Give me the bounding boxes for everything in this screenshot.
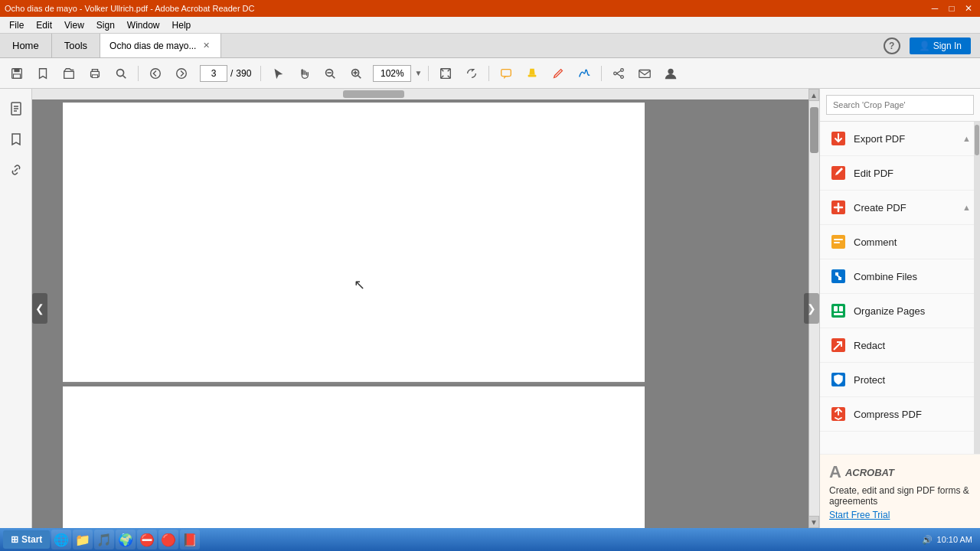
svg-point-5 [117, 69, 124, 76]
tab-tools[interactable]: Tools [52, 34, 100, 57]
svg-rect-2 [14, 73, 21, 77]
highlight-button[interactable] [520, 62, 544, 85]
right-panel: Export PDF ▲ Edit PDF Create PDF ▲ Comme… [819, 89, 980, 528]
panel-item-label: Edit PDF [854, 168, 971, 179]
svg-point-7 [151, 68, 161, 78]
scroll-up-button[interactable]: ▲ [808, 89, 819, 101]
svg-rect-1 [14, 68, 19, 72]
panel-item-redact[interactable]: Redact [820, 328, 980, 363]
taskbar-icon-browser[interactable]: 🌐 [51, 530, 71, 549]
bookmarks-panel-button[interactable] [4, 127, 28, 152]
page-total: 390 [236, 68, 251, 79]
taskbar-icon-stop[interactable]: ⛔ [137, 530, 157, 549]
left-sidebar [0, 89, 32, 528]
titlebar-controls: ─ □ ✕ [928, 2, 975, 15]
panel-item-organize-pages[interactable]: Organize Pages [820, 294, 980, 328]
organize-pages-icon [829, 302, 848, 320]
scroll-down-button[interactable]: ▼ [808, 516, 819, 528]
menu-edit[interactable]: Edit [30, 17, 58, 33]
panel-item-comment[interactable]: Comment [820, 225, 980, 259]
top-scrollbar [32, 89, 808, 99]
taskbar-clock: 10:10 AM [937, 535, 972, 544]
select-tool-button[interactable] [266, 62, 290, 85]
markup-button[interactable] [546, 62, 570, 85]
pdf-page-top [63, 103, 645, 382]
panel-item-compress-pdf[interactable]: Compress PDF [820, 397, 980, 432]
hand-tool-button[interactable] [292, 62, 316, 85]
right-panel-scrollbar[interactable] [974, 122, 980, 454]
taskbar-icon-media[interactable]: 🎵 [94, 530, 114, 549]
page-number-input[interactable] [200, 65, 227, 82]
panel-item-create-pdf[interactable]: Create PDF ▲ [820, 191, 980, 225]
right-panel-scroll-thumb[interactable] [975, 125, 979, 155]
zoom-dropdown-arrow[interactable]: ▼ [413, 69, 423, 77]
menubar: File Edit View Sign Window Help [0, 17, 980, 34]
save-button[interactable] [5, 62, 29, 85]
comment-button[interactable] [494, 62, 518, 85]
free-trial-link[interactable]: Start Free Trial [829, 510, 890, 520]
account-button[interactable] [658, 62, 683, 85]
crop-page-search[interactable] [826, 95, 974, 115]
start-icon: ⊞ [11, 534, 18, 545]
scroll-thumb[interactable] [810, 107, 818, 153]
protect-icon [829, 370, 848, 389]
zoom-in-button[interactable] [344, 62, 368, 85]
page-container [32, 99, 675, 528]
panel-item-combine-files[interactable]: Combine Files [820, 259, 980, 294]
taskbar-volume-icon[interactable]: 🔊 [922, 535, 933, 545]
menu-view[interactable]: View [58, 17, 90, 33]
next-page-nav-arrow[interactable]: ❯ [804, 293, 819, 324]
tab-home[interactable]: Home [0, 34, 52, 57]
minimize-button[interactable]: ─ [928, 2, 942, 15]
menu-window[interactable]: Window [121, 17, 166, 33]
panel-item-edit-pdf[interactable]: Edit PDF [820, 156, 980, 191]
pdf-page-bottom [63, 386, 645, 528]
svg-rect-41 [834, 313, 843, 315]
expand-chevron: ▲ [962, 134, 971, 143]
zoom-out-button[interactable] [318, 62, 342, 85]
prev-page-button[interactable] [143, 62, 168, 85]
panel-item-protect[interactable]: Protect [820, 363, 980, 397]
open-button[interactable] [57, 62, 81, 85]
taskbar-icon-red[interactable]: 🔴 [158, 530, 178, 549]
close-button[interactable]: ✕ [962, 2, 975, 15]
panel-item-export-pdf[interactable]: Export PDF ▲ [820, 122, 980, 156]
taskbar-icon-globe[interactable]: 🌍 [116, 530, 136, 549]
tab-document[interactable]: Ocho dias de mayo... ✕ [100, 34, 221, 57]
email-button[interactable] [632, 62, 657, 85]
svg-line-23 [617, 70, 621, 73]
next-page-button[interactable] [169, 62, 194, 85]
toolbar-separator-4 [488, 66, 489, 81]
panel-item-label: Redact [854, 340, 971, 351]
help-button[interactable]: ? [884, 37, 900, 54]
sign-button[interactable] [572, 62, 596, 85]
zoom-input[interactable] [373, 65, 411, 82]
menu-file[interactable]: File [3, 17, 30, 33]
page-separator: / [230, 68, 233, 79]
comment-icon [829, 233, 848, 251]
top-scroll-thumb[interactable] [343, 90, 404, 98]
search-button[interactable] [109, 62, 133, 85]
titlebar: Ocho dias de mayo - Volker Ullrich.pdf -… [0, 0, 980, 17]
taskbar-icon-book[interactable]: 📕 [180, 530, 200, 549]
acrobat-logo: A [829, 462, 841, 482]
svg-rect-4 [92, 74, 97, 77]
tab-close-button[interactable]: ✕ [201, 41, 211, 51]
pages-panel-button[interactable] [4, 96, 28, 121]
rotate-button[interactable] [459, 62, 484, 85]
bookmark-button[interactable] [31, 62, 55, 85]
signin-button[interactable]: 👤 Sign In [910, 37, 971, 54]
links-panel-button[interactable] [4, 158, 28, 182]
panel-item-label: Combine Files [854, 271, 971, 282]
panel-item-label: Protect [854, 374, 971, 386]
tabbar: Home Tools Ocho dias de mayo... ✕ ? 👤 Si… [0, 34, 980, 58]
start-button[interactable]: ⊞ Start [3, 530, 50, 549]
print-button[interactable] [83, 62, 107, 85]
fit-page-button[interactable] [433, 62, 458, 85]
taskbar-icon-folder[interactable]: 📁 [73, 530, 93, 549]
menu-sign[interactable]: Sign [90, 17, 121, 33]
maximize-button[interactable]: □ [945, 2, 959, 15]
share-button[interactable] [606, 62, 631, 85]
svg-point-26 [668, 68, 674, 73]
menu-help[interactable]: Help [166, 17, 198, 33]
